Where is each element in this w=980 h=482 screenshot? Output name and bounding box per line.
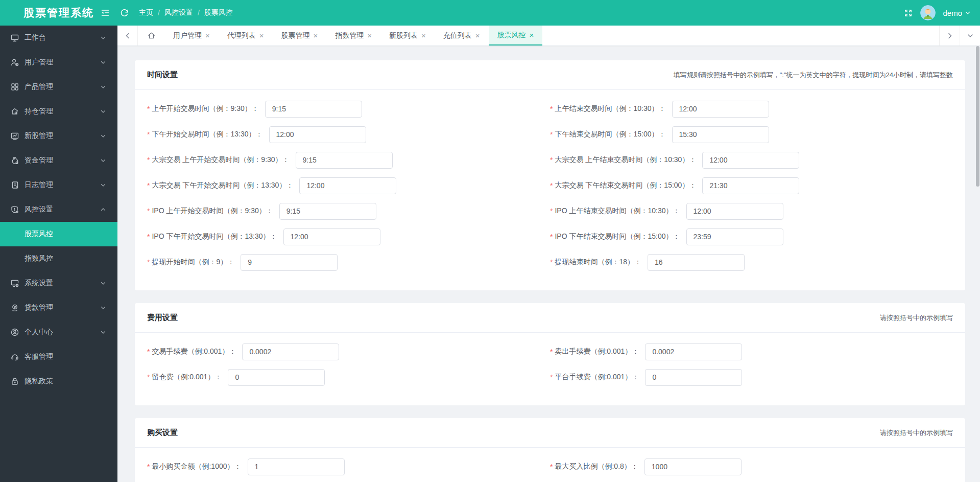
sidebar-item-log-management[interactable]: 日志管理: [0, 173, 117, 197]
sidebar-collapse-button[interactable]: [100, 0, 110, 26]
close-icon[interactable]: ×: [259, 32, 264, 39]
sidebar-item-position-management[interactable]: 持仓管理: [0, 99, 117, 124]
sidebar-item-label: 系统设置: [25, 279, 100, 288]
field-label: 平台手续费（例:0.001）：: [555, 373, 639, 382]
tab-agent-list[interactable]: 代理列表 ×: [219, 26, 273, 45]
required-mark: *: [550, 207, 553, 215]
breadcrumb: 主页 / 风控设置 / 股票风控: [139, 0, 233, 26]
sidebar-item-label: 隐私政策: [25, 377, 106, 386]
form-field: [147, 479, 550, 482]
tab-stock-management[interactable]: 股票管理 ×: [273, 26, 327, 45]
close-icon[interactable]: ×: [205, 32, 210, 39]
tab-home[interactable]: [138, 26, 164, 45]
sidebar-item-new-stock-management[interactable]: 新股管理: [0, 124, 117, 148]
field-input[interactable]: [299, 177, 396, 194]
field-input[interactable]: [241, 254, 338, 271]
field-input[interactable]: [645, 369, 742, 386]
form-field: * 最小购买金额（例:1000）：: [147, 454, 550, 479]
tabs-menu-button[interactable]: [960, 26, 980, 45]
tab-index-management[interactable]: 指数管理 ×: [326, 26, 380, 45]
sidebar-item-customer-service[interactable]: 客服管理: [0, 345, 117, 369]
sidebar-item-system-settings[interactable]: 系统设置: [0, 271, 117, 295]
fullscreen-icon: [903, 8, 913, 18]
tab-new-stock-list[interactable]: 新股列表 ×: [380, 26, 435, 45]
field-input[interactable]: [228, 369, 325, 386]
field-input[interactable]: [686, 228, 783, 245]
close-icon[interactable]: ×: [367, 32, 372, 39]
sidebar-item-product-management[interactable]: 产品管理: [0, 75, 117, 99]
field-input[interactable]: [279, 203, 376, 220]
tab-label: 新股列表: [389, 31, 418, 40]
field-label: IPO 下午开始交易时间（例：13:30）：: [152, 232, 277, 241]
form-field: * 上午结束交易时间（例：10:30）：: [550, 96, 953, 122]
scrollbar-thumb[interactable]: [976, 46, 979, 187]
sidebar-item-loan-management[interactable]: 贷款管理: [0, 295, 117, 320]
field-input[interactable]: [269, 126, 366, 143]
sidebar-item-profile-center[interactable]: 个人中心: [0, 320, 117, 345]
chevron-left-icon: [125, 32, 131, 39]
sidebar-item-label: 风控设置: [25, 205, 100, 214]
sidebar-subitem-index-risk[interactable]: 指数风控: [0, 246, 117, 271]
sidebar-item-privacy-policy[interactable]: 隐私政策: [0, 369, 117, 394]
field-input[interactable]: [265, 101, 362, 118]
form-field: * 最大买入比例（例:0.8）：: [550, 454, 953, 479]
field-input[interactable]: [702, 177, 799, 194]
close-icon[interactable]: ×: [314, 32, 318, 39]
required-mark: *: [550, 156, 553, 164]
field-input[interactable]: [248, 458, 345, 475]
tabs-scroll-right-button[interactable]: [939, 26, 960, 45]
tab-label: 指数管理: [335, 31, 364, 40]
fullscreen-button[interactable]: [903, 8, 913, 18]
tab-label: 代理列表: [227, 31, 256, 40]
chevron-down-icon: [100, 329, 106, 335]
loan-icon: [10, 303, 19, 312]
close-icon[interactable]: ×: [421, 32, 426, 39]
sidebar-item-user-management[interactable]: 用户管理: [0, 50, 117, 75]
sidebar-item-funds-management[interactable]: 资金管理: [0, 148, 117, 173]
field-input[interactable]: [644, 458, 742, 475]
refresh-button[interactable]: [119, 0, 129, 26]
required-mark: *: [550, 130, 553, 139]
field-input[interactable]: [686, 203, 783, 220]
field-input[interactable]: [648, 254, 745, 271]
field-input[interactable]: [672, 101, 769, 118]
avatar[interactable]: [920, 5, 936, 20]
field-input[interactable]: [702, 152, 799, 169]
card-title: 购买设置: [147, 428, 178, 438]
grid-icon: [10, 82, 19, 91]
field-input[interactable]: [296, 152, 393, 169]
card-body: * 上午开始交易时间（例：9:30）： * 上午结束交易时间（例：10:30）：…: [135, 90, 965, 290]
sidebar-item-workbench[interactable]: 工作台: [0, 26, 117, 50]
field-input[interactable]: [242, 343, 339, 360]
chevron-up-icon: [100, 206, 106, 213]
form-field: * 提现结束时间（例：18）：: [550, 249, 953, 275]
field-input[interactable]: [672, 126, 769, 143]
sidebar-item-risk-settings[interactable]: 风控设置: [0, 197, 117, 222]
form-field: * 上午开始交易时间（例：9:30）：: [147, 96, 550, 122]
card-header: 时间设置 填写规则请按照括号中的示例填写，":"统一为英文中的字符，提现时间为2…: [135, 60, 965, 90]
chevron-down-icon: [100, 305, 106, 311]
form-field: * 平台手续费（例:0.001）：: [550, 364, 953, 390]
tab-recharge-list[interactable]: 充值列表 ×: [435, 26, 489, 45]
tabs-scroll-left-button[interactable]: [117, 26, 138, 45]
card-header: 费用设置 请按照括号中的示例填写: [135, 303, 965, 333]
chevron-down-icon: [100, 35, 106, 41]
chevron-down-icon: [100, 280, 106, 286]
form-field: * 卖出手续费（例:0.001）：: [550, 339, 953, 364]
breadcrumb-current: 股票风控: [204, 8, 233, 17]
form-field: * 留仓费（例:0.001）：: [147, 364, 550, 390]
tab-user-management[interactable]: 用户管理 ×: [164, 26, 219, 45]
field-input[interactable]: [645, 343, 742, 360]
field-input[interactable]: [283, 228, 380, 245]
chevron-down-icon: [100, 59, 106, 65]
user-menu[interactable]: demo: [943, 9, 971, 17]
close-icon[interactable]: ×: [475, 32, 480, 39]
sidebar-subitem-stock-risk[interactable]: 股票风控: [0, 222, 117, 246]
tab-label: 股票管理: [281, 31, 310, 40]
tab-label: 用户管理: [173, 31, 202, 40]
tab-stock-risk[interactable]: 股票风控 ×: [489, 26, 543, 45]
close-icon[interactable]: ×: [530, 31, 534, 39]
sidebar-item-label: 产品管理: [25, 82, 100, 91]
field-label: 交易手续费（例:0.001）：: [152, 347, 236, 356]
breadcrumb-home[interactable]: 主页: [139, 8, 153, 17]
